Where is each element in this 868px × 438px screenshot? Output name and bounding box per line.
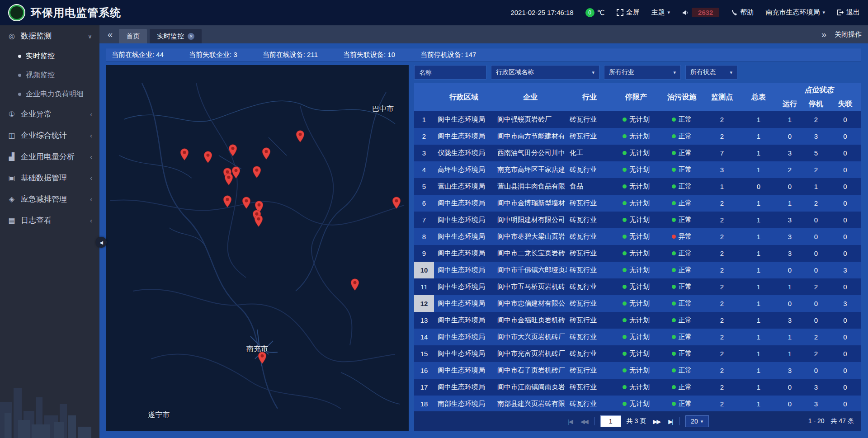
cell-lost: 0: [829, 111, 861, 128]
sidebar-group[interactable]: ▤ 日志查看 ‹: [0, 210, 99, 231]
map-pin-icon[interactable]: [296, 130, 305, 145]
table-row[interactable]: 8 阆中生态环境局 阆中市枣碧大梁山页岩 砖瓦行业 无计划 异常 2 1 3 0…: [414, 228, 861, 245]
map-panel[interactable]: 巴中市 南充市 遂宁市: [106, 65, 409, 431]
tab[interactable]: 首页 ×: [119, 29, 147, 43]
facility-status-dot: [672, 268, 676, 272]
sidebar-collapse-button[interactable]: ◀: [96, 237, 107, 248]
map-city-label: 巴中市: [372, 104, 394, 114]
sidebar-group[interactable]: ▣ 基础数据管理 ‹: [0, 167, 99, 188]
map-pin-icon[interactable]: [262, 147, 271, 162]
cell-index: 2: [414, 128, 434, 145]
cell-company: 营山县润丰肉食品有限: [494, 178, 567, 195]
cell-points: 7: [703, 145, 741, 161]
map-pin-icon[interactable]: [224, 173, 233, 188]
map-pin-icon[interactable]: [252, 166, 261, 180]
sidebar-subitem[interactable]: 实时监控: [0, 47, 99, 66]
page-size-select[interactable]: 20 ▾: [685, 415, 709, 427]
map-pin-icon[interactable]: [223, 195, 232, 210]
stat-item: 当前失联设备: 10: [343, 51, 395, 59]
tab-close-icon[interactable]: ×: [188, 33, 194, 40]
cell-industry: 砖瓦行业: [567, 228, 612, 245]
logout-button[interactable]: 退出: [837, 8, 860, 17]
facility-status-dot: [672, 134, 676, 138]
tabs-scroll-left-button[interactable]: «: [106, 30, 114, 39]
map-pin-icon[interactable]: [228, 144, 237, 159]
cell-run: 1: [777, 329, 803, 345]
map-pin-icon[interactable]: [258, 352, 267, 366]
cell-region: 阆中生态环境局: [434, 379, 494, 396]
cell-company: 阆中市大兴页岩机砖厂: [494, 329, 567, 345]
map-pin-icon[interactable]: [203, 151, 212, 165]
alert-notifications[interactable]: 2632: [682, 8, 719, 17]
industry-filter-select[interactable]: 所有行业 ▾: [604, 65, 681, 80]
cell-lost: 0: [829, 379, 861, 396]
status-filter-select[interactable]: 所有状态 ▾: [685, 65, 737, 80]
map-pin-icon[interactable]: [242, 197, 251, 211]
table-row[interactable]: 17 阆中生态环境局 阆中市江南镇阆南页岩 砖瓦行业 无计划 正常 2 1 0 …: [414, 379, 861, 396]
divider: [594, 417, 595, 425]
last-page-button[interactable]: ▶|: [667, 418, 674, 425]
table-row[interactable]: 5 营山生态环境局 营山县润丰肉食品有限 食品 无计划 正常 1 0 0 1 0: [414, 178, 861, 195]
table-row[interactable]: 6 阆中生态环境局 阆中市金博瑞新型墙材 砖瓦行业 无计划 正常 2 1 1 2…: [414, 195, 861, 212]
theme-dropdown[interactable]: 主题▾: [651, 8, 670, 17]
table-row[interactable]: 14 阆中生态环境局 阆中市大兴页岩机砖厂 砖瓦行业 无计划 正常 2 1 1 …: [414, 329, 861, 345]
sidebar-group[interactable]: ① 企业异常 ‹: [0, 104, 99, 125]
sidebar-subitem[interactable]: 企业电力负荷明细: [0, 85, 99, 104]
cell-facility: 正常: [660, 362, 703, 379]
table-row[interactable]: 16 阆中生态环境局 阆中市石子页岩机砖厂 砖瓦行业 无计划 正常 2 1 3 …: [414, 362, 861, 379]
close-operations-menu[interactable]: 关闭操作: [835, 30, 862, 39]
cell-run: 1: [777, 278, 803, 295]
cell-limit: 无计划: [612, 245, 660, 262]
database-icon: ▣: [7, 174, 16, 182]
region-filter-select[interactable]: 行政区域名称 ▾: [491, 65, 599, 80]
name-filter-input[interactable]: [414, 65, 486, 80]
first-page-button[interactable]: |◀: [566, 418, 573, 425]
cell-industry: 砖瓦行业: [567, 379, 612, 396]
cell-region: 阆中生态环境局: [434, 362, 494, 379]
fullscreen-button[interactable]: 全屏: [617, 8, 640, 17]
sidebar-subitem[interactable]: 视频监控: [0, 66, 99, 85]
cell-points: 2: [703, 195, 741, 212]
map-pin-icon[interactable]: [350, 278, 359, 293]
table-row[interactable]: 3 仪陇生态环境局 西南油气田分公司川中 化工 无计划 正常 7 1 3 5 0: [414, 145, 861, 161]
tab[interactable]: 实时监控 ×: [150, 29, 202, 43]
cell-lost: 3: [829, 295, 861, 312]
table-row[interactable]: 4 高坪生态环境局 南充市高坪区王家店建 砖瓦行业 无计划 正常 3 1 2 2…: [414, 161, 861, 178]
table-row[interactable]: 18 南部生态环境局 南部县建兴页岩砖有限 砖瓦行业 无计划 正常 2 1 0 …: [414, 396, 861, 411]
col-run: 运行: [777, 97, 803, 111]
table-row[interactable]: 7 阆中生态环境局 阆中明阳建材有限公司 砖瓦行业 无计划 正常 2 1 3 0…: [414, 212, 861, 228]
table-row[interactable]: 9 阆中生态环境局 阆中市二龙长宝页岩砖 砖瓦行业 无计划 正常 2 1 3 0…: [414, 245, 861, 262]
table-row[interactable]: 1 阆中生态环境局 阆中强锐页岩砖厂 砖瓦行业 无计划 正常 2 1 1 2 0: [414, 111, 861, 128]
tabs-scroll-right-button[interactable]: »: [820, 30, 828, 39]
sidebar-group[interactable]: ◫ 企业综合统计 ‹: [0, 125, 99, 146]
table-row[interactable]: 13 阆中生态环境局 阆中市金福旺页岩机砖 砖瓦行业 无计划 正常 2 1 3 …: [414, 312, 861, 329]
sidebar-group[interactable]: ◈ 应急减排管理 ‹: [0, 188, 99, 210]
org-dropdown[interactable]: 南充市生态环境局▾: [765, 8, 825, 17]
sidebar-group[interactable]: ▟ 企业用电量分析 ‹: [0, 146, 99, 167]
col-group-point-status: 点位状态: [777, 83, 861, 97]
cell-industry: 化工: [567, 145, 612, 161]
table-row[interactable]: 11 阆中生态环境局 阆中市五马桥页岩机砖 砖瓦行业 无计划 正常 2 1 1 …: [414, 278, 861, 295]
map-pin-icon[interactable]: [254, 215, 263, 229]
table-row[interactable]: 10 阆中生态环境局 阆中市千佛镇六郎垭页岩 砖瓦行业 无计划 正常 2 1 0…: [414, 262, 861, 278]
cell-lost: 3: [829, 262, 861, 278]
cell-company: 阆中市枣碧大梁山页岩: [494, 228, 567, 245]
map-pin-icon[interactable]: [392, 197, 401, 211]
table-row[interactable]: 15 阆中生态环境局 阆中市光富页岩机砖厂 砖瓦行业 无计划 正常 2 1 1 …: [414, 345, 861, 362]
cell-limit: 无计划: [612, 329, 660, 345]
limit-status-dot: [623, 235, 627, 239]
table-row[interactable]: 12 阆中生态环境局 阆中市忠信建材有限公 砖瓦行业 无计划 正常 2 1 0 …: [414, 295, 861, 312]
page-number-input[interactable]: [600, 415, 621, 427]
cell-company: 阆中市金博瑞新型墙材: [494, 195, 567, 212]
cell-index: 18: [414, 396, 434, 411]
facility-status-dot: [672, 301, 676, 306]
cell-meters: 0: [741, 178, 777, 195]
sidebar-group[interactable]: ◎ 数据监测 ∨: [0, 25, 99, 47]
cell-facility: 正常: [660, 145, 703, 161]
prev-page-button[interactable]: ◀◀: [579, 418, 589, 425]
help-button[interactable]: 帮助: [731, 8, 754, 17]
cell-run: 3: [777, 312, 803, 329]
table-row[interactable]: 2 阆中生态环境局 阆中市南方节能建材有 砖瓦行业 无计划 正常 2 1 0 3…: [414, 128, 861, 145]
next-page-button[interactable]: ▶▶: [651, 418, 661, 425]
map-pin-icon[interactable]: [180, 148, 189, 163]
